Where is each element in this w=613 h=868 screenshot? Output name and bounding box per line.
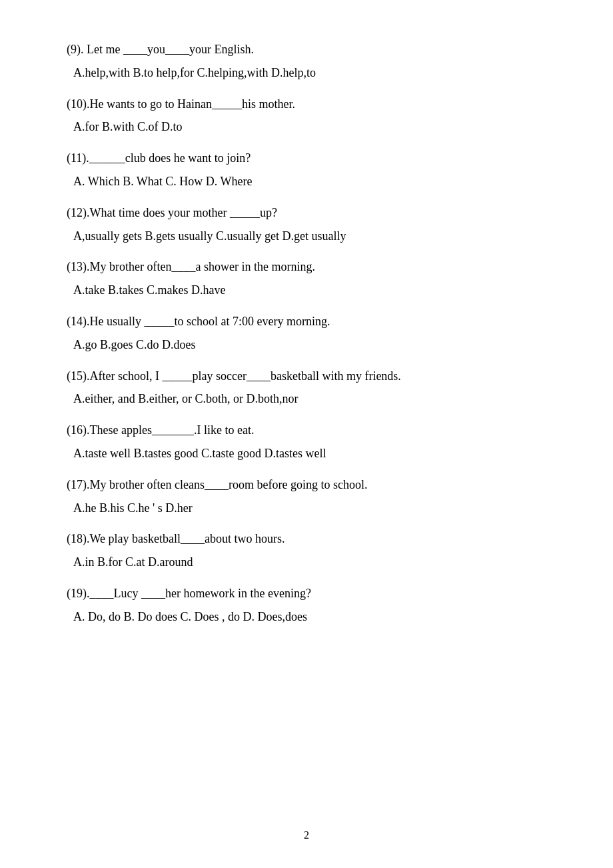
q14-options: A.go B.goes C.do D.does	[67, 335, 560, 355]
q9-options: A.help,with B.to help,for C.helping,with…	[67, 63, 560, 83]
q19-options: A. Do, do B. Do does C. Does , do D. Doe…	[67, 607, 560, 627]
q11-text: (11).______club does he want to join?	[67, 149, 560, 168]
q17-options: A.he B.his C.he ' s D.her	[67, 499, 560, 518]
q18-options: A.in B.for C.at D.around	[67, 553, 560, 572]
question-13: (13).My brother often____a shower in the…	[67, 257, 560, 300]
q13-text: (13).My brother often____a shower in the…	[67, 257, 560, 277]
question-10: (10).He wants to go to Hainan_____his mo…	[67, 95, 560, 137]
q9-text: (9). Let me ____you____your English.	[67, 40, 560, 59]
q17-text: (17).My brother often cleans____room bef…	[67, 475, 560, 495]
q16-text: (16).These apples_______.I like to eat.	[67, 421, 560, 440]
q12-text: (12).What time does your mother _____up?	[67, 203, 560, 223]
q15-text: (15).After school, I _____play soccer___…	[67, 367, 560, 386]
q13-options: A.take B.takes C.makes D.have	[67, 281, 560, 300]
question-19: (19).____Lucy ____her homework in the ev…	[67, 584, 560, 627]
question-15: (15).After school, I _____play soccer___…	[67, 367, 560, 409]
q14-text: (14).He usually _____to school at 7:00 e…	[67, 312, 560, 331]
question-12: (12).What time does your mother _____up?…	[67, 203, 560, 246]
q12-options: A,usually gets B.gets usually C.usually …	[67, 227, 560, 246]
question-18: (18).We play basketball____about two hou…	[67, 529, 560, 572]
q10-options: A.for B.with C.of D.to	[67, 117, 560, 137]
page-number: 2	[0, 829, 613, 841]
q16-options: A.taste well B.tastes good C.taste good …	[67, 444, 560, 463]
question-9: (9). Let me ____you____your English. A.h…	[67, 40, 560, 83]
question-11: (11).______club does he want to join? A.…	[67, 149, 560, 191]
page: (9). Let me ____you____your English. A.h…	[0, 0, 613, 868]
q15-options: A.either, and B.either, or C.both, or D.…	[67, 389, 560, 409]
q19-text: (19).____Lucy ____her homework in the ev…	[67, 584, 560, 603]
q18-text: (18).We play basketball____about two hou…	[67, 529, 560, 549]
q10-text: (10).He wants to go to Hainan_____his mo…	[67, 95, 560, 114]
question-14: (14).He usually _____to school at 7:00 e…	[67, 312, 560, 355]
q11-options: A. Which B. What C. How D. Where	[67, 172, 560, 191]
question-17: (17).My brother often cleans____room bef…	[67, 475, 560, 518]
question-16: (16).These apples_______.I like to eat. …	[67, 421, 560, 463]
